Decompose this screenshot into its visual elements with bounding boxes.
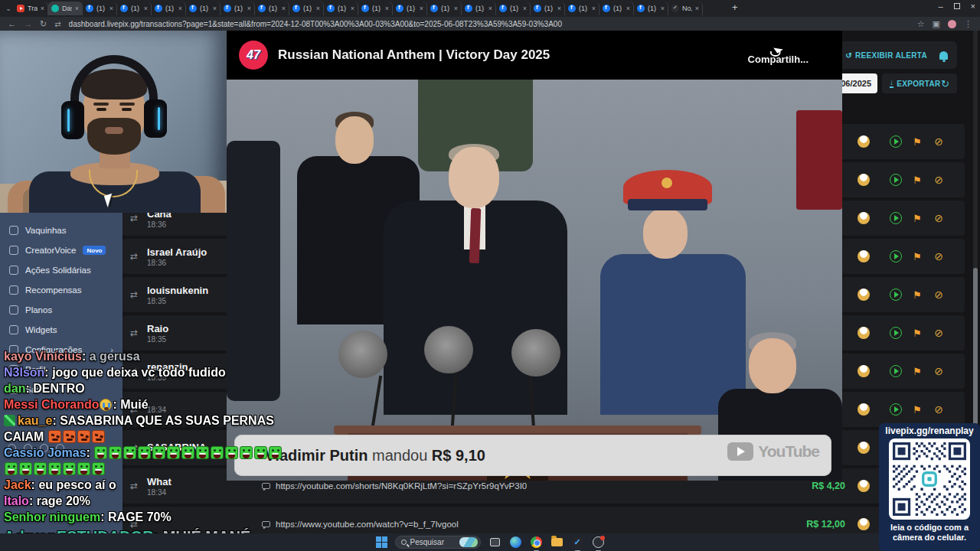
browser-tab[interactable]: (1) Sug × <box>427 2 462 15</box>
tab-close-icon[interactable]: × <box>213 5 217 12</box>
replay-alert-icon[interactable] <box>890 212 902 224</box>
browser-tab[interactable]: (1) Sug × <box>531 2 565 15</box>
browser-tab[interactable]: (1) Sug × <box>358 2 393 15</box>
block-icon[interactable]: ⊘ <box>933 250 945 262</box>
export-button[interactable]: ↓EXPORTAR <box>890 79 941 88</box>
share-button[interactable]: Compartilh... <box>748 45 808 65</box>
tip-coin-icon[interactable] <box>858 135 870 148</box>
close-button[interactable]: × <box>971 2 975 11</box>
transaction-link[interactable]: https://youtube.com/shorts/N8Kq0KRjLtM?s… <box>276 481 527 491</box>
browser-tab[interactable]: (1) Sug × <box>462 2 496 15</box>
tip-coin-icon[interactable] <box>858 365 870 377</box>
flag-icon[interactable]: ⚑ <box>911 135 923 148</box>
block-icon[interactable]: ⊘ <box>933 174 945 186</box>
block-icon[interactable]: ⊘ <box>933 403 945 416</box>
browser-tab[interactable]: (1) Sug × <box>289 2 324 15</box>
browser-tab[interactable]: (1) Sug × <box>324 2 358 15</box>
browser-tab[interactable]: (1) Sug × <box>599 2 634 15</box>
tab-close-icon[interactable]: × <box>626 5 630 12</box>
new-tab-button[interactable]: + <box>732 2 738 13</box>
tip-coin-icon[interactable] <box>858 250 870 262</box>
sidebar-item[interactable]: Vaquinhas <box>0 220 122 240</box>
browser-tab[interactable]: (1) Sug × <box>117 2 152 15</box>
youtube-video-player[interactable]: 47 Russian National Anthem | Victory Day… <box>227 31 842 481</box>
block-icon[interactable]: ⊘ <box>933 135 945 148</box>
replay-alert-icon[interactable] <box>890 289 902 301</box>
tab-close-icon[interactable]: × <box>488 5 492 12</box>
tab-close-icon[interactable]: × <box>557 5 561 12</box>
tab-close-icon[interactable]: × <box>351 5 354 12</box>
flag-icon[interactable]: ⚑ <box>911 289 923 301</box>
tab-close-icon[interactable]: × <box>592 5 596 12</box>
replay-alert-icon[interactable] <box>890 135 902 148</box>
tip-coin-icon[interactable] <box>858 480 870 492</box>
browser-tab[interactable]: (1) Sug × <box>565 2 599 15</box>
edge-icon[interactable] <box>509 536 522 549</box>
replay-alert-icon[interactable] <box>890 250 902 262</box>
block-icon[interactable]: ⊘ <box>933 289 945 301</box>
tab-overflow-chevron-icon[interactable]: ⌄ <box>3 5 14 12</box>
pinned-app-icon[interactable]: ✓ <box>571 536 584 549</box>
browser-tab[interactable]: (1) Sug × <box>152 2 186 15</box>
tab-close-icon[interactable]: × <box>247 5 251 12</box>
tab-close-icon[interactable]: × <box>282 5 286 12</box>
block-icon[interactable]: ⊘ <box>933 212 945 224</box>
task-view-button[interactable] <box>488 536 501 549</box>
profile-avatar[interactable] <box>948 20 956 28</box>
tab-close-icon[interactable]: × <box>109 5 113 12</box>
tip-coin-icon[interactable] <box>858 518 870 530</box>
file-explorer-icon[interactable] <box>550 536 564 549</box>
flag-icon[interactable]: ⚑ <box>911 174 923 186</box>
start-button[interactable] <box>376 536 387 548</box>
tab-close-icon[interactable]: × <box>695 5 699 12</box>
chrome-icon[interactable] <box>530 536 543 549</box>
video-title[interactable]: Russian National Anthem | Victory Day 20… <box>278 47 738 63</box>
tip-coin-icon[interactable] <box>858 289 870 301</box>
browser-tab[interactable]: (1) Sug × <box>634 2 668 15</box>
bookmark-star-icon[interactable]: ☆ <box>917 19 925 29</box>
extensions-icon[interactable]: ▣ <box>933 19 940 29</box>
flag-icon[interactable]: ⚑ <box>911 365 923 377</box>
flag-icon[interactable]: ⚑ <box>911 403 923 416</box>
reload-icon[interactable]: ↻ <box>40 19 47 29</box>
tab-close-icon[interactable]: × <box>420 5 423 12</box>
tab-close-icon[interactable]: × <box>41 5 44 12</box>
browser-tab[interactable]: (1) Sug × <box>255 2 289 15</box>
replay-alert-icon[interactable] <box>890 403 902 416</box>
replay-alert-icon[interactable] <box>890 174 902 186</box>
tip-coin-icon[interactable] <box>858 403 870 416</box>
taskbar-search[interactable]: Pesquisar <box>395 536 481 549</box>
browser-tab[interactable]: (1) Sug × <box>393 2 427 15</box>
browser-tab[interactable]: Dashbo × <box>48 2 83 15</box>
block-icon[interactable]: ⊘ <box>933 365 945 377</box>
url-text[interactable]: dashboard.livepix.gg/transactions?page=1… <box>69 20 910 28</box>
site-settings-icon[interactable]: ⇄ <box>54 20 60 28</box>
tip-coin-icon[interactable] <box>858 174 870 186</box>
flag-icon[interactable]: ⚑ <box>911 327 923 339</box>
block-icon[interactable]: ⊘ <box>933 327 945 339</box>
replay-alert-button[interactable]: ↺REEXIBIR ALERTA <box>845 51 927 60</box>
sidebar-item[interactable]: Ações Solidárias <box>0 260 122 280</box>
browser-tab[interactable]: (1) Sug × <box>496 2 531 15</box>
sidebar-item[interactable]: Planos <box>0 300 122 320</box>
flag-icon[interactable]: ⚑ <box>911 212 923 224</box>
tab-close-icon[interactable]: × <box>454 5 458 12</box>
obs-icon[interactable] <box>592 536 605 549</box>
tip-coin-icon[interactable] <box>858 442 870 454</box>
maximize-button[interactable] <box>954 3 960 9</box>
browser-menu-icon[interactable]: ⋮ <box>964 19 972 29</box>
sidebar-item[interactable]: CreatorVoice Novo <box>0 240 122 260</box>
tab-close-icon[interactable]: × <box>661 5 665 12</box>
replay-alert-icon[interactable] <box>890 327 902 339</box>
tab-close-icon[interactable]: × <box>178 5 182 12</box>
browser-tab[interactable]: (1) Sug × <box>220 2 255 15</box>
browser-tab[interactable]: Transmi × <box>14 2 48 15</box>
replay-alert-icon[interactable] <box>890 365 902 377</box>
bell-icon[interactable] <box>939 51 948 60</box>
browser-tab[interactable]: No, I'm × <box>668 2 703 15</box>
forward-icon[interactable]: → <box>24 19 32 28</box>
tab-close-icon[interactable]: × <box>144 5 148 12</box>
tab-close-icon[interactable]: × <box>75 5 79 12</box>
tip-coin-icon[interactable] <box>858 327 870 339</box>
transaction-link[interactable]: https://www.youtube.com/watch?v=b_f_7lvg… <box>276 520 459 529</box>
